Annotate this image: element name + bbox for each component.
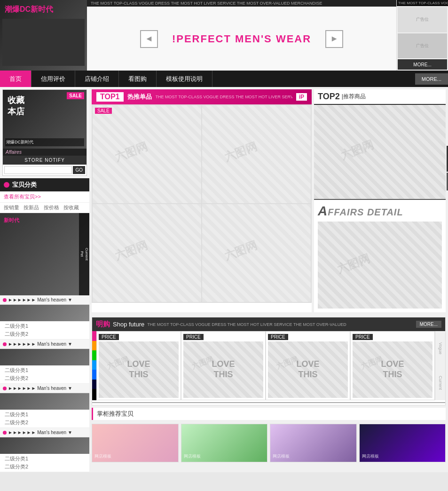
cat-group-4-icon (3, 431, 7, 435)
view-all-link[interactable]: 查看所有宝贝>> (0, 191, 89, 203)
cat-sub-2-2[interactable]: 二级分类2 (5, 374, 85, 382)
top1-header: TOP1 热推单品 THE MOST TOP-CLASS VOGUE DRESS… (92, 89, 312, 104)
cat-group-2-header[interactable]: ►►►►►► Man's heaven ▼ (0, 340, 89, 349)
nav-home[interactable]: 首页 (0, 71, 31, 87)
recommend-img-4: 网店模板 (360, 424, 446, 462)
cat-sub-4-2[interactable]: 二级分类2 (5, 463, 85, 471)
top2-image: 六图网 (314, 105, 446, 199)
watermark-top2: 六图网 (339, 137, 376, 163)
sidebar: SALE 收藏 本店 潮爆DC新时代 Affaires STORE NOTIFY… (0, 87, 89, 472)
shop-future-marquee: THE MOST TOP-CLASS VOGUE DRESS THE MOST … (147, 322, 413, 327)
cat-sub-1-1[interactable]: 二级分类1 (5, 322, 85, 330)
wm-s3: 六图网 (275, 355, 299, 372)
store-submit-btn[interactable]: GO (73, 166, 85, 174)
cat-sub-4-1[interactable]: 二级分类1 (5, 455, 85, 463)
rec-2-overlay: 网店模板 (184, 453, 201, 459)
cat-sub-1-2[interactable]: 二级分类2 (5, 330, 85, 338)
cat-groups: ►►►►►► Man's heaven ▼ 二级分类1 二级分类2 ►►►►►►… (0, 295, 89, 472)
top2-header: TOP2 |推荐商品 (314, 89, 446, 105)
sort-by-price[interactable]: 按价格 (44, 205, 59, 210)
cat-group-4: ►►►►►► Man's heaven ▼ 二级分类1 二级分类2 (0, 428, 89, 472)
recommend-item-4: 网店模板 (359, 424, 446, 462)
cat-brand-overlay: 新时代 (4, 217, 19, 224)
recommend-img-1: 网店模板 (92, 424, 178, 462)
ad-slot-1: 广告位 (398, 7, 447, 32)
shop-grid: PRICE LOVETHIS 六图网 PRICE LOVETHIS 六图网 (96, 331, 435, 400)
sort-by-sales[interactable]: 按销量 (4, 205, 19, 210)
header: 潮爆DC新时代 THE MOST TOP-CLASS VOGUE DRESS T… (0, 0, 448, 71)
rec-1-overlay: 网店模板 (94, 453, 111, 459)
wm-s1: 六图网 (106, 355, 130, 372)
nav-photo-shop[interactable]: 看图购 (119, 71, 157, 87)
watermark-br: 六图网 (222, 238, 259, 264)
price-tag-4: PRICE (353, 334, 373, 340)
shop-cell-3: PRICE LOVETHIS 六图网 (266, 331, 350, 400)
next-arrow[interactable]: ► (325, 30, 343, 48)
wm-s4: 六图网 (360, 355, 384, 372)
vogue-label: Vogue (435, 331, 445, 366)
shop-img-1: LOVETHIS 六图网 (99, 341, 179, 398)
cat-sub-3-2[interactable]: 二级分类2 (5, 419, 85, 427)
collect-label: 收藏 本店 (8, 95, 24, 117)
nav-store-intro[interactable]: 店铺介绍 (75, 71, 119, 87)
nav-credit[interactable]: 信用评价 (31, 71, 75, 87)
top1-cell-tl: 六图网 SALE (92, 105, 202, 204)
header-more-btn[interactable]: MORE... (398, 59, 447, 70)
shop-cell-1: PRICE LOVETHIS 六图网 (96, 331, 181, 400)
cat-group-3-header[interactable]: ►►►►►► Man's heaven ▼ (0, 384, 89, 393)
prev-arrow[interactable]: ◄ (140, 30, 158, 48)
shop-future-header: 明购 Shop future THE MOST TOP-CLASS VOGUE … (92, 317, 445, 331)
cat-group-3-icon (3, 387, 7, 390)
nav-more-btn[interactable]: MORE... (415, 73, 448, 85)
cat-group-3-label: ►►►►►► Man's heaven ▼ (8, 386, 86, 391)
watermark-bl: 六图网 (113, 238, 150, 264)
watermark-tl: 六图网 (113, 139, 150, 165)
cat-title-icon (4, 182, 9, 188)
store-input-row: GO (3, 165, 86, 175)
top1-cell-tr: 六图网 (202, 105, 311, 204)
cat-group-3-img (0, 393, 89, 410)
top1-panel: TOP1 热推单品 THE MOST TOP-CLASS VOGUE DRESS… (92, 89, 312, 312)
sale-tag-tl: SALE (95, 108, 112, 114)
main-layout: SALE 收藏 本店 潮爆DC新时代 Affaires STORE NOTIFY… (0, 87, 448, 472)
shop-img-2: LOVETHIS 六图网 (183, 341, 263, 398)
sale-badge: SALE (67, 92, 84, 99)
top1-grid: 六图网 SALE 六图网 六图网 六图网 (92, 104, 312, 303)
price-tag-3: PRICE (268, 334, 288, 340)
cat-sub-2-1[interactable]: 二级分类1 (5, 366, 85, 374)
store-input[interactable] (4, 166, 72, 174)
rec-3-overlay: 网店模板 (273, 453, 290, 459)
affairs-title: AFFAIRS DETAIL (318, 204, 442, 219)
recommend-item-3: 网店模板 (270, 424, 357, 462)
shop-future-title2: Shop future (113, 321, 144, 328)
cat-group-1-header[interactable]: ►►►►►► Man's heaven ▼ (0, 295, 89, 305)
brand-text: 潮爆DC新时代 (5, 138, 84, 146)
top1-marquee: THE MOST TOP-CLASS VOGUE DRESS THE MOST … (156, 95, 292, 99)
cat-feature-image: CurrentPet 新时代 (0, 213, 89, 295)
shop-cell-4: PRICE LOVETHIS 六图网 (350, 331, 435, 400)
sort-by-collect[interactable]: 按收藏 (63, 205, 79, 210)
shop-future-more-btn[interactable]: MORE... (416, 321, 441, 328)
shop-future-section: 明购 Shop future THE MOST TOP-CLASS VOGUE … (92, 317, 446, 405)
nav-template-help[interactable]: 模板使用说明 (157, 71, 212, 87)
cat-group-1-img (0, 305, 89, 321)
cat-group-1-icon (3, 298, 7, 302)
shop-future-body: PRICE LOVETHIS 六图网 PRICE LOVETHIS 六图网 (92, 331, 445, 400)
cat-group-4-label: ►►►►►► Man's heaven ▼ (8, 430, 86, 435)
cat-group-3-subs: 二级分类1 二级分类2 (0, 410, 89, 428)
wm-s2: 六图网 (190, 355, 215, 372)
cat-sub-3-1[interactable]: 二级分类1 (5, 411, 85, 419)
cat-group-2-label: ►►►►►► Man's heaven ▼ (8, 341, 86, 347)
top1-badge: TOP1 (96, 92, 124, 102)
price-tag-1: PRICE (99, 334, 119, 340)
affairs-content: 六图网 (318, 222, 442, 309)
cat-group-2-subs: 二级分类1 二级分类2 (0, 365, 89, 383)
cat-group-4-header[interactable]: ►►►►►► Man's heaven ▼ (0, 428, 89, 437)
current-label: Current (435, 366, 445, 401)
sort-by-new[interactable]: 按新品 (24, 205, 39, 210)
cat-group-4-img (0, 437, 89, 454)
cat-vertical-label: CurrentPet (79, 248, 89, 261)
love-this-4: LOVETHIS (381, 359, 404, 380)
cat-group-3: ►►►►►► Man's heaven ▼ 二级分类1 二级分类2 (0, 384, 89, 428)
recommend-item-1: 网店模板 (92, 424, 179, 462)
